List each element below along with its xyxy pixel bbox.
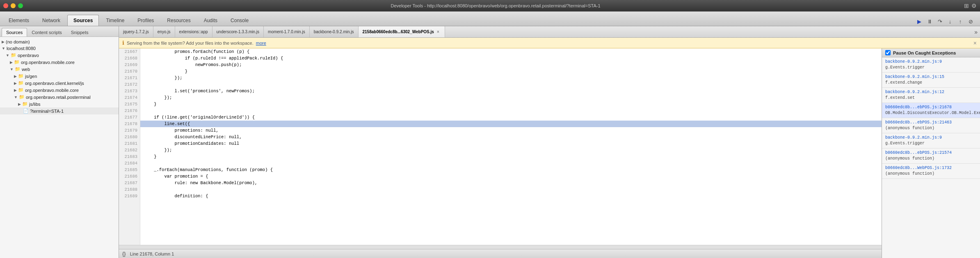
code-line[interactable]: definition: { [140,193,882,199]
notification-more-link[interactable]: more [256,41,266,46]
code-line[interactable] [140,81,882,88]
file-tree: ▶ (no domain) ▼ localhost:8080 ▼ 📁 openb… [0,37,119,258]
code-line[interactable] [140,160,882,167]
file-tab-webpos[interactable]: 2158ab0660edc8b...6302_WebPOS.js × [359,26,445,37]
tree-item-mobile-core2[interactable]: ▶ 📁 org.openbravo.mobile.core [0,87,119,94]
tree-arrow: ▶ [18,102,21,106]
code-line[interactable]: } [140,101,882,107]
file-icon: 📄 [23,108,29,114]
tree-item-openbravo[interactable]: ▼ 📁 openbravo [0,52,119,59]
sub-tab-content-scripts[interactable]: Content scripts [27,28,66,37]
code-line[interactable]: }); [140,94,882,101]
debug-stepout-btn[interactable]: ↑ [956,17,965,26]
close-button[interactable] [3,3,8,8]
code-line[interactable]: line.set({ [140,121,882,127]
window-title: Developer Tools - http://localhost:8080/… [27,3,964,8]
file-tab-jquery[interactable]: jquery-1.7.2.js [119,26,153,37]
tree-item-jslibs[interactable]: ▶ 📁 js/libs [0,100,119,107]
code-line[interactable]: } [140,68,882,75]
code-line[interactable] [140,107,882,114]
file-tab-backbone[interactable]: backbone-0.9.2.min.js [310,26,359,37]
call-stack-item[interactable]: b0660edc8b...WebPOS.js:1732(anonymous fu… [882,164,980,179]
notification-close-btn[interactable]: × [973,40,977,46]
code-line[interactable]: }); [140,147,882,153]
horizontal-scrollbar[interactable] [119,245,882,249]
call-stack-item[interactable]: backbone-0.9.2.min.js:12f.extend.set [882,88,980,103]
code-line[interactable]: rule: new Backbone.Model(promo), [140,180,882,186]
debug-stepinto-btn[interactable]: ↓ [946,17,955,26]
code-line[interactable] [140,186,882,193]
code-line[interactable]: newPromos.push(p); [140,62,882,68]
line-number: 21680 [121,134,137,140]
call-stack-item[interactable]: backbone-0.9.2.min.js:9g.Events.trigger [882,133,980,148]
tab-resources[interactable]: Resources [161,15,196,26]
tree-arrow: ▶ [2,40,5,44]
tree-item-kernel[interactable]: ▶ 📁 org.openbravo.client.kernel/js [0,80,119,87]
tab-profiles[interactable]: Profiles [131,15,160,26]
tree-item-jsgen[interactable]: ▶ 📁 js/gen [0,73,119,80]
tree-arrow: ▼ [14,95,18,99]
call-stack-item[interactable]: b0660edc8b...ebPOS.js:21678OB.Model.Disc… [882,103,980,118]
format-btn[interactable]: {} [122,251,126,257]
debug-deactivate-btn[interactable]: ⊘ [966,17,975,26]
undock-icon[interactable]: ⊞ [964,2,969,9]
window-controls[interactable] [3,3,23,8]
line-number: 21679 [121,127,137,134]
file-tab-extensions[interactable]: extensions::app [175,26,212,37]
code-line[interactable]: }); [140,75,882,81]
tree-item-mobile-core[interactable]: ▶ 📁 org.openbravo.mobile.core [0,59,119,66]
line-number: 21682 [121,147,137,153]
call-stack-item[interactable]: backbone-0.9.2.min.js:9g.Events.trigger [882,57,980,73]
code-line[interactable]: promos.forEach(function (p) { [140,48,882,55]
code-view: 2166721668216692167021671216722167321674… [119,48,882,245]
tab-audits[interactable]: Audits [198,15,224,26]
tab-network[interactable]: Network [36,15,66,26]
file-tab-underscore[interactable]: underscore-1.3.3.min.js [212,26,264,37]
line-number: 21673 [121,88,137,94]
tree-item-no-domain[interactable]: ▶ (no domain) [0,39,119,45]
file-tab-label: 2158ab0660edc8b...6302_WebPOS.js [363,30,434,34]
call-stack-item[interactable]: b0660edc8b...ebPOS.js:21463(anonymous fu… [882,118,980,133]
sub-tab-sources[interactable]: Sources [2,28,27,37]
maximize-button[interactable] [18,3,23,8]
file-tab-moment[interactable]: moment-1.7.0.min.js [264,26,310,37]
sub-tab-snippets[interactable]: Snippets [66,28,93,37]
code-content[interactable]: promos.forEach(function (p) { if (p.rule… [140,48,882,245]
file-tab-close[interactable]: × [436,29,441,34]
tree-item-posterminal[interactable]: ▼ 📁 org.openbravo.retail.posterminal [0,94,119,100]
code-line[interactable]: if (p.ruleId !== appliedPack.ruleId) { [140,55,882,62]
tree-item-localhost[interactable]: ▼ localhost:8080 [0,45,119,52]
code-line[interactable]: _.forEach(manualPromotions, function (pr… [140,167,882,173]
notification-text: Serving from the file system? Add your f… [127,41,254,46]
tab-sources[interactable]: Sources [67,15,99,26]
call-stack-item[interactable]: b0660edc8b...ebPOS.js:21574(anonymous fu… [882,148,980,164]
debug-pause-btn[interactable]: ⏸ [925,17,934,26]
code-line[interactable]: if (!line.get('originalOrderLineId')) { [140,114,882,121]
code-line[interactable]: l.set('promotions', newPromos); [140,88,882,94]
call-stack-item[interactable]: backbone-0.9.2.min.js:15f.extend.change [882,73,980,88]
tree-arrow: ▼ [2,46,5,50]
code-line[interactable]: promotionCandidates: null [140,140,882,147]
line-number: 21688 [121,186,137,193]
code-line[interactable]: promotions: null, [140,127,882,134]
tab-console[interactable]: Console [224,15,255,26]
tree-item-terminal[interactable]: 📄 ?terminal=STA-1 [0,107,119,114]
code-line[interactable]: discountedLinePrice: null, [140,134,882,140]
tabs-overflow-btn[interactable]: » [972,28,980,36]
debug-stepover-btn[interactable]: ↷ [935,17,944,26]
file-tab-enyo[interactable]: enyo.js [153,26,175,37]
code-line[interactable]: } [140,153,882,160]
settings-icon[interactable]: ⚙ [971,2,977,9]
tab-elements[interactable]: Elements [2,15,35,26]
tab-timeline[interactable]: Timeline [100,15,130,26]
file-tabs-container: jquery-1.7.2.js enyo.js extensions::app … [119,26,980,38]
right-sidebar: Pause On Caught Exceptions backbone-0.9.… [882,48,980,258]
tree-item-label: js/libs [29,102,41,107]
line-number: 21683 [121,153,137,160]
line-number: 21681 [121,140,137,147]
code-line[interactable]: var promotion = { [140,173,882,180]
tree-item-web[interactable]: ▼ 📁 web [0,66,119,73]
pause-exceptions-checkbox[interactable] [885,50,891,55]
minimize-button[interactable] [11,3,16,8]
debug-resume-btn[interactable]: ▶ [915,17,924,26]
